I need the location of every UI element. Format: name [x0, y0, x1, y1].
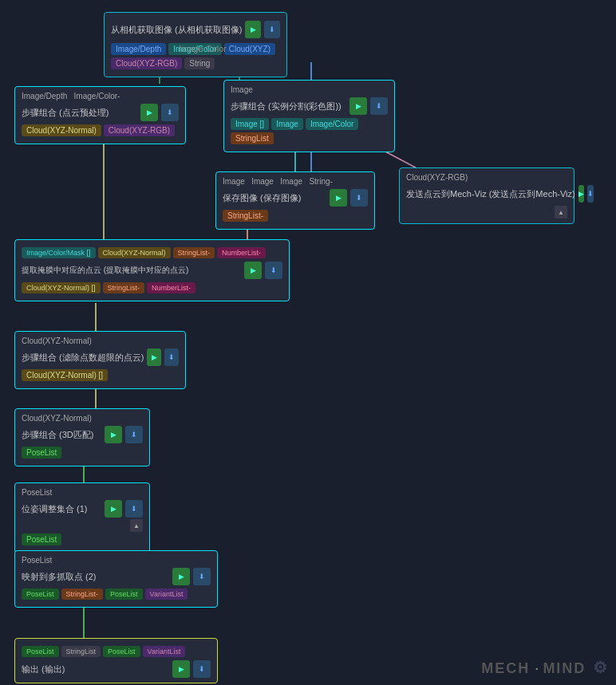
capture-title: 从相机获取图像 (从相机获取图像): [111, 24, 242, 36]
ext-in-2: Cloud(XYZ-Normal): [98, 247, 171, 258]
filter-input: Cloud(XYZ-Normal): [22, 337, 179, 345]
pose-adjust-node: PoseList 位姿调整集合 (1) ▶ ⬇ ▲ PoseList: [14, 482, 150, 553]
port-image-depth: Image/Depth: [111, 43, 166, 55]
output-down-btn[interactable]: ⬇: [193, 660, 211, 678]
port-string-1: String: [184, 57, 215, 69]
save-image-title: 保存图像 (保存图像): [223, 192, 326, 204]
map-play-btn[interactable]: ▶: [172, 568, 190, 585]
filter-down-btn[interactable]: ⬇: [164, 348, 179, 366]
extract-play-btn[interactable]: ▶: [244, 262, 262, 279]
port-strlist-m2: StringList-: [61, 589, 104, 600]
save-inputs: Image Image Image String-: [223, 177, 368, 186]
port-numlist-m: NumberList-: [147, 282, 195, 293]
seg-down-btn[interactable]: ⬇: [370, 97, 388, 115]
pointcloud-down-btn[interactable]: ⬇: [161, 104, 179, 121]
segmentation-node: Image 步骤组合 (实例分割(彩色图)) ▶ ⬇ Image [] Imag…: [223, 80, 395, 152]
port-cloud-arr: Cloud(XYZ-Normal) []: [22, 282, 101, 293]
send-up-btn[interactable]: ▲: [555, 206, 567, 218]
filter-title: 步骤组合 (滤除点数超限的点云): [22, 352, 144, 364]
send-play-btn[interactable]: ▶: [578, 185, 584, 203]
save-down-btn[interactable]: ⬇: [350, 189, 368, 207]
pointcloud-inputs: Image/Depth Image/Color-: [22, 92, 179, 100]
match-down-btn[interactable]: ⬇: [125, 426, 143, 443]
port-cloud-xyz: Cloud(XYZ): [224, 43, 275, 55]
pose-down-btn[interactable]: ⬇: [125, 500, 143, 518]
image-color-label: Image Color: [179, 44, 227, 53]
filter-node: Cloud(XYZ-Normal) 步骤组合 (滤除点数超限的点云) ▶ ⬇ C…: [14, 331, 186, 389]
port-poselist-3a: PoseList: [22, 589, 59, 600]
out-in-2: StringList: [61, 646, 101, 657]
map-pick-node: PoseList 映射到多抓取点 (2) ▶ ⬇ PoseList String…: [14, 550, 218, 608]
port-cloud-xyz-rgb-2: Cloud(XYZ-RGB): [104, 124, 175, 136]
port-cloud-arr-2: Cloud(XYZ-Normal) []: [22, 369, 108, 381]
ext-in-1: Image/Color/Mask []: [22, 247, 96, 258]
extract-down-btn[interactable]: ⬇: [265, 262, 282, 279]
extract-node: Image/Color/Mask [] Cloud(XYZ-Normal) St…: [14, 239, 290, 301]
segmentation-title: 步骤组合 (实例分割(彩色图)): [231, 100, 346, 112]
pose-play-btn[interactable]: ▶: [105, 500, 122, 518]
capture-play-btn[interactable]: ▶: [245, 21, 261, 38]
send-down-btn[interactable]: ⬇: [587, 185, 594, 203]
match-play-btn[interactable]: ▶: [105, 426, 122, 443]
capture-down-btn[interactable]: ⬇: [264, 21, 280, 38]
watermark: MECH · MIND ⚙: [481, 658, 608, 677]
port-strlist-m: StringList-: [103, 282, 145, 293]
pose-adjust-title: 位姿调整集合 (1): [22, 503, 101, 515]
pointcloud-node: Image/Depth Image/Color- 步骤组合 (点云预处理) ▶ …: [14, 86, 186, 144]
send-cloud-node: Cloud(XYZ-RGB) 发送点云到Mech-Viz (发送点云到Mech-…: [399, 167, 575, 224]
match3d-node: Cloud(XYZ-Normal) 步骤组合 (3D匹配) ▶ ⬇ PoseLi…: [14, 408, 150, 467]
port-cloud-xyz-normal-1: Cloud(XYZ-Normal): [22, 124, 101, 136]
pointcloud-title: 步骤组合 (点云预处理): [22, 107, 137, 119]
ext-in-4: NumberList-: [217, 247, 266, 258]
port-stringlist-1: StringList: [231, 132, 274, 144]
out-in-4: VariantList: [143, 646, 186, 657]
port-variantlist-1: VariantList: [145, 589, 188, 600]
seg-play-btn[interactable]: ▶: [349, 97, 367, 115]
ext-in-3: StringList-: [173, 247, 215, 258]
port-poselist-2: PoseList: [22, 533, 61, 545]
port-poselist-1: PoseList: [22, 447, 61, 459]
out-in-1: PoseList: [22, 646, 59, 657]
pointcloud-play-btn[interactable]: ▶: [140, 104, 158, 121]
port-image-color-2: Image/Color: [306, 118, 358, 130]
port-image: Image: [271, 118, 303, 130]
port-cloud-xyz-rgb-1: Cloud(XYZ-RGB): [111, 57, 182, 69]
match3d-title: 步骤组合 (3D匹配): [22, 429, 101, 441]
output-node: PoseList StringList PoseList VariantList…: [14, 638, 218, 683]
pose-up-btn[interactable]: ▲: [130, 519, 143, 532]
map-pick-title: 映射到多抓取点 (2): [22, 571, 169, 583]
save-image-node: Image Image Image String- 保存图像 (保存图像) ▶ …: [215, 171, 375, 230]
send-cloud-title: 发送点云到Mech-Viz (发送点云到Mech-Viz): [406, 188, 575, 200]
pose-input: PoseList: [22, 488, 143, 497]
port-image-arr: Image []: [231, 118, 269, 130]
save-play-btn[interactable]: ▶: [330, 189, 347, 207]
match-input: Cloud(XYZ-Normal): [22, 414, 143, 423]
out-in-3: PoseList: [103, 646, 140, 657]
seg-input-label: Image: [231, 85, 388, 94]
send-input: Cloud(XYZ-RGB): [406, 173, 567, 182]
map-input: PoseList: [22, 556, 211, 565]
map-down-btn[interactable]: ⬇: [193, 568, 211, 585]
filter-play-btn[interactable]: ▶: [147, 348, 161, 366]
port-poselist-3b: PoseList: [105, 589, 143, 600]
output-title: 输出 (输出): [22, 663, 169, 675]
port-stringlist-minus: StringList-: [223, 210, 268, 222]
extract-title: 提取掩膜中对应的点云 (提取掩膜中对应的点云): [22, 265, 241, 276]
output-play-btn[interactable]: ▶: [172, 660, 190, 678]
